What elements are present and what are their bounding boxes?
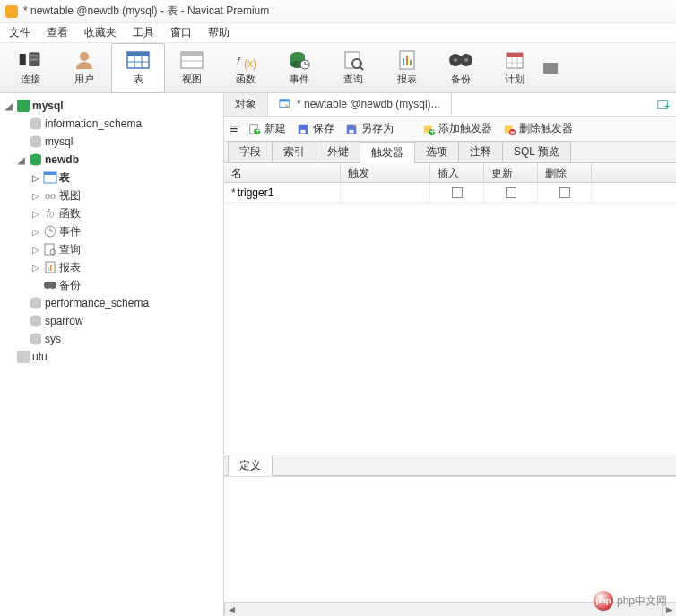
svg-text:+: + [430, 126, 436, 135]
backup-icon [448, 49, 473, 71]
tree-db-information-schema[interactable]: information_schema [0, 115, 223, 133]
new-button[interactable]: + 新建 [248, 121, 286, 136]
delete-trigger-icon [503, 123, 516, 135]
tree-newdb-backup[interactable]: 备份 [0, 276, 223, 294]
grid-blank-area[interactable] [224, 203, 676, 455]
grid-row[interactable]: *trigger1 [224, 183, 676, 203]
subtab-sql[interactable]: SQL 预览 [502, 141, 571, 162]
col-delete[interactable]: 删除 [538, 163, 592, 182]
subtab-options[interactable]: 选项 [414, 141, 459, 162]
cell-insert[interactable] [430, 183, 484, 202]
expand-icon[interactable]: ▷ [30, 173, 41, 183]
delete-trigger-button[interactable]: 删除触发器 [503, 121, 573, 136]
menu-view[interactable]: 查看 [47, 25, 68, 40]
expand-icon[interactable]: ▷ [30, 209, 41, 219]
tab-editor[interactable]: * newtable @newdb (mysql)... [268, 93, 452, 116]
cell-delete[interactable] [538, 183, 592, 202]
col-name[interactable]: 名 [224, 163, 341, 182]
tree-newdb-view[interactable]: ▷ oo 视图 [0, 187, 223, 204]
svg-rect-68 [350, 129, 354, 133]
database-icon [29, 296, 43, 310]
cell-trigger[interactable] [341, 183, 430, 202]
saveas-button[interactable]: 另存为 [345, 121, 394, 136]
add-trigger-button[interactable]: + 添加触发器 [422, 121, 492, 136]
svg-rect-38 [17, 100, 30, 112]
tree-newdb-event[interactable]: ▷ 事件 [0, 222, 223, 240]
tree-db-mysql[interactable]: mysql [0, 133, 223, 151]
report-icon [43, 260, 57, 274]
tree-newdb-report[interactable]: ▷ 报表 [0, 258, 223, 276]
toolbar-connect[interactable]: 连接 [4, 43, 57, 93]
col-update[interactable]: 更新 [484, 163, 538, 182]
checkbox[interactable] [506, 187, 516, 198]
toolbar-event[interactable]: 事件 [273, 43, 326, 93]
view-icon: oo [43, 189, 57, 202]
expand-icon[interactable]: ▷ [30, 263, 41, 273]
expand-icon[interactable]: ▷ [30, 227, 41, 237]
definition-editor[interactable] [224, 476, 676, 602]
svg-point-53 [49, 282, 56, 289]
svg-rect-0 [20, 54, 26, 65]
menu-file[interactable]: 文件 [9, 25, 30, 40]
add-trigger-icon: + [422, 123, 435, 135]
tab-objects[interactable]: 对象 [224, 93, 268, 116]
svg-rect-25 [403, 58, 404, 65]
subtab-index[interactable]: 索引 [272, 141, 316, 162]
toolbar-report[interactable]: 报表 [380, 43, 434, 93]
toolbar-view[interactable]: 视图 [165, 43, 219, 93]
checkbox[interactable] [452, 187, 463, 198]
menu-window[interactable]: 窗口 [170, 25, 192, 40]
grid-header: 名 触发 插入 更新 删除 [224, 163, 676, 183]
tree-db-sparrow[interactable]: sparrow [0, 312, 223, 330]
table-icon [126, 49, 151, 71]
toolbar-schedule[interactable]: 计划 [488, 43, 542, 93]
subtab-fk[interactable]: 外键 [316, 141, 360, 162]
save-button[interactable]: 保存 [297, 121, 334, 136]
view-icon [179, 49, 204, 71]
collapse-icon[interactable]: ◢ [16, 155, 27, 165]
col-trigger[interactable]: 触发 [341, 163, 430, 182]
subtab-trigger[interactable]: 触发器 [360, 142, 415, 163]
cell-update[interactable] [484, 183, 538, 202]
bottomtab-definition[interactable]: 定义 [228, 455, 273, 476]
new-tab-button[interactable]: + [651, 93, 676, 116]
tree-db-sys[interactable]: sys [0, 330, 223, 348]
tree-newdb-query[interactable]: ▷ 查询 [0, 240, 223, 258]
toolbar-function[interactable]: f(x) 函数 [219, 43, 273, 93]
tree-db-newdb[interactable]: ◢ newdb [0, 151, 223, 169]
subtab-fields[interactable]: 字段 [228, 141, 273, 162]
toolbar-backup[interactable]: 备份 [434, 43, 488, 93]
tree-connection-utu[interactable]: utu [0, 348, 223, 366]
connection-tree[interactable]: ◢ mysql information_schema mysql ◢ newdb… [0, 93, 224, 616]
checkbox[interactable] [559, 187, 570, 198]
col-insert[interactable]: 插入 [430, 163, 484, 182]
toolbar-more[interactable] [542, 43, 559, 93]
database-icon [29, 117, 43, 131]
svg-rect-50 [48, 267, 49, 271]
connection-icon [16, 350, 30, 364]
menu-help[interactable]: 帮助 [208, 25, 230, 40]
expand-icon[interactable]: ▷ [30, 191, 41, 201]
toolbar-user[interactable]: 用户 [57, 43, 111, 93]
php-logo-icon: php [594, 591, 613, 611]
svg-text:f: f [237, 56, 241, 68]
scroll-left-icon[interactable]: ◄ [224, 603, 238, 616]
expand-icon[interactable]: ▷ [30, 245, 41, 255]
main-toolbar: 连接 用户 表 视图 f(x) 函数 事件 查询 报表 备份 计划 [0, 43, 676, 93]
svg-rect-74 [511, 131, 515, 133]
saveas-icon [345, 123, 358, 135]
database-icon [29, 332, 43, 346]
toolbar-query[interactable]: 查询 [326, 43, 380, 93]
tree-connection-mysql[interactable]: ◢ mysql [0, 97, 223, 115]
toolbar-table[interactable]: 表 [111, 43, 165, 93]
tree-newdb-function[interactable]: ▷ f() 函数 [0, 204, 223, 222]
tree-newdb-table[interactable]: ▷ 表 [0, 169, 223, 187]
collapse-icon[interactable]: ◢ [4, 101, 14, 111]
menu-fav[interactable]: 收藏夹 [84, 25, 117, 40]
menu-button[interactable]: ≡ [230, 121, 238, 137]
trigger-grid[interactable]: 名 触发 插入 更新 删除 *trigger1 [224, 163, 676, 203]
subtab-comment[interactable]: 注释 [458, 141, 503, 162]
cell-name[interactable]: *trigger1 [224, 183, 341, 202]
tree-db-performance-schema[interactable]: performance_schema [0, 294, 223, 312]
menu-tools[interactable]: 工具 [133, 25, 154, 40]
